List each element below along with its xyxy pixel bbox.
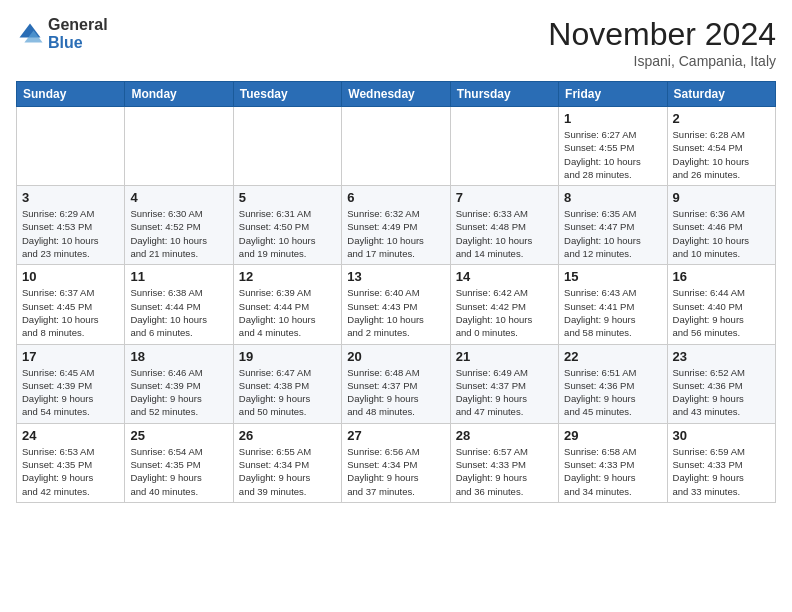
calendar-cell: 23Sunrise: 6:52 AM Sunset: 4:36 PM Dayli… xyxy=(667,344,775,423)
weekday-header: Friday xyxy=(559,82,667,107)
day-number: 29 xyxy=(564,428,661,443)
weekday-header: Saturday xyxy=(667,82,775,107)
day-info: Sunrise: 6:59 AM Sunset: 4:33 PM Dayligh… xyxy=(673,445,770,498)
calendar-cell: 17Sunrise: 6:45 AM Sunset: 4:39 PM Dayli… xyxy=(17,344,125,423)
calendar-cell: 26Sunrise: 6:55 AM Sunset: 4:34 PM Dayli… xyxy=(233,423,341,502)
day-info: Sunrise: 6:51 AM Sunset: 4:36 PM Dayligh… xyxy=(564,366,661,419)
day-number: 23 xyxy=(673,349,770,364)
day-number: 20 xyxy=(347,349,444,364)
weekday-header: Tuesday xyxy=(233,82,341,107)
calendar-cell: 24Sunrise: 6:53 AM Sunset: 4:35 PM Dayli… xyxy=(17,423,125,502)
calendar-cell: 4Sunrise: 6:30 AM Sunset: 4:52 PM Daylig… xyxy=(125,186,233,265)
calendar-cell: 19Sunrise: 6:47 AM Sunset: 4:38 PM Dayli… xyxy=(233,344,341,423)
day-number: 13 xyxy=(347,269,444,284)
day-info: Sunrise: 6:53 AM Sunset: 4:35 PM Dayligh… xyxy=(22,445,119,498)
day-info: Sunrise: 6:48 AM Sunset: 4:37 PM Dayligh… xyxy=(347,366,444,419)
calendar-header-row: SundayMondayTuesdayWednesdayThursdayFrid… xyxy=(17,82,776,107)
calendar-cell: 8Sunrise: 6:35 AM Sunset: 4:47 PM Daylig… xyxy=(559,186,667,265)
calendar-cell: 30Sunrise: 6:59 AM Sunset: 4:33 PM Dayli… xyxy=(667,423,775,502)
title-block: November 2024 Ispani, Campania, Italy xyxy=(548,16,776,69)
day-number: 28 xyxy=(456,428,553,443)
day-number: 26 xyxy=(239,428,336,443)
calendar-cell: 3Sunrise: 6:29 AM Sunset: 4:53 PM Daylig… xyxy=(17,186,125,265)
day-number: 7 xyxy=(456,190,553,205)
calendar-week-row: 10Sunrise: 6:37 AM Sunset: 4:45 PM Dayli… xyxy=(17,265,776,344)
day-info: Sunrise: 6:52 AM Sunset: 4:36 PM Dayligh… xyxy=(673,366,770,419)
calendar-cell: 11Sunrise: 6:38 AM Sunset: 4:44 PM Dayli… xyxy=(125,265,233,344)
day-number: 2 xyxy=(673,111,770,126)
calendar-week-row: 1Sunrise: 6:27 AM Sunset: 4:55 PM Daylig… xyxy=(17,107,776,186)
day-number: 15 xyxy=(564,269,661,284)
day-info: Sunrise: 6:29 AM Sunset: 4:53 PM Dayligh… xyxy=(22,207,119,260)
calendar-cell: 29Sunrise: 6:58 AM Sunset: 4:33 PM Dayli… xyxy=(559,423,667,502)
calendar-cell: 7Sunrise: 6:33 AM Sunset: 4:48 PM Daylig… xyxy=(450,186,558,265)
day-number: 16 xyxy=(673,269,770,284)
day-info: Sunrise: 6:27 AM Sunset: 4:55 PM Dayligh… xyxy=(564,128,661,181)
calendar-week-row: 24Sunrise: 6:53 AM Sunset: 4:35 PM Dayli… xyxy=(17,423,776,502)
day-info: Sunrise: 6:38 AM Sunset: 4:44 PM Dayligh… xyxy=(130,286,227,339)
day-number: 22 xyxy=(564,349,661,364)
day-info: Sunrise: 6:30 AM Sunset: 4:52 PM Dayligh… xyxy=(130,207,227,260)
calendar-cell: 18Sunrise: 6:46 AM Sunset: 4:39 PM Dayli… xyxy=(125,344,233,423)
day-info: Sunrise: 6:49 AM Sunset: 4:37 PM Dayligh… xyxy=(456,366,553,419)
calendar-cell: 5Sunrise: 6:31 AM Sunset: 4:50 PM Daylig… xyxy=(233,186,341,265)
page-header: General Blue November 2024 Ispani, Campa… xyxy=(16,16,776,69)
calendar-cell xyxy=(17,107,125,186)
day-info: Sunrise: 6:33 AM Sunset: 4:48 PM Dayligh… xyxy=(456,207,553,260)
logo-blue-text: Blue xyxy=(48,34,108,52)
day-info: Sunrise: 6:40 AM Sunset: 4:43 PM Dayligh… xyxy=(347,286,444,339)
day-number: 8 xyxy=(564,190,661,205)
day-info: Sunrise: 6:47 AM Sunset: 4:38 PM Dayligh… xyxy=(239,366,336,419)
calendar-cell xyxy=(233,107,341,186)
day-info: Sunrise: 6:54 AM Sunset: 4:35 PM Dayligh… xyxy=(130,445,227,498)
calendar-cell xyxy=(342,107,450,186)
calendar-cell: 12Sunrise: 6:39 AM Sunset: 4:44 PM Dayli… xyxy=(233,265,341,344)
calendar-cell xyxy=(125,107,233,186)
day-info: Sunrise: 6:56 AM Sunset: 4:34 PM Dayligh… xyxy=(347,445,444,498)
calendar-cell: 10Sunrise: 6:37 AM Sunset: 4:45 PM Dayli… xyxy=(17,265,125,344)
day-number: 5 xyxy=(239,190,336,205)
calendar-table: SundayMondayTuesdayWednesdayThursdayFrid… xyxy=(16,81,776,503)
day-number: 1 xyxy=(564,111,661,126)
day-number: 6 xyxy=(347,190,444,205)
day-number: 11 xyxy=(130,269,227,284)
calendar-cell: 27Sunrise: 6:56 AM Sunset: 4:34 PM Dayli… xyxy=(342,423,450,502)
day-number: 21 xyxy=(456,349,553,364)
day-info: Sunrise: 6:35 AM Sunset: 4:47 PM Dayligh… xyxy=(564,207,661,260)
calendar-cell: 22Sunrise: 6:51 AM Sunset: 4:36 PM Dayli… xyxy=(559,344,667,423)
day-info: Sunrise: 6:42 AM Sunset: 4:42 PM Dayligh… xyxy=(456,286,553,339)
calendar-cell: 25Sunrise: 6:54 AM Sunset: 4:35 PM Dayli… xyxy=(125,423,233,502)
calendar-cell: 2Sunrise: 6:28 AM Sunset: 4:54 PM Daylig… xyxy=(667,107,775,186)
calendar-cell: 1Sunrise: 6:27 AM Sunset: 4:55 PM Daylig… xyxy=(559,107,667,186)
weekday-header: Monday xyxy=(125,82,233,107)
day-number: 30 xyxy=(673,428,770,443)
calendar-cell: 21Sunrise: 6:49 AM Sunset: 4:37 PM Dayli… xyxy=(450,344,558,423)
day-number: 25 xyxy=(130,428,227,443)
day-number: 27 xyxy=(347,428,444,443)
logo-general-text: General xyxy=(48,16,108,34)
calendar-cell xyxy=(450,107,558,186)
day-info: Sunrise: 6:43 AM Sunset: 4:41 PM Dayligh… xyxy=(564,286,661,339)
day-number: 17 xyxy=(22,349,119,364)
day-number: 24 xyxy=(22,428,119,443)
day-info: Sunrise: 6:37 AM Sunset: 4:45 PM Dayligh… xyxy=(22,286,119,339)
month-title: November 2024 xyxy=(548,16,776,53)
weekday-header: Sunday xyxy=(17,82,125,107)
weekday-header: Wednesday xyxy=(342,82,450,107)
day-info: Sunrise: 6:55 AM Sunset: 4:34 PM Dayligh… xyxy=(239,445,336,498)
day-number: 3 xyxy=(22,190,119,205)
calendar-week-row: 17Sunrise: 6:45 AM Sunset: 4:39 PM Dayli… xyxy=(17,344,776,423)
calendar-cell: 16Sunrise: 6:44 AM Sunset: 4:40 PM Dayli… xyxy=(667,265,775,344)
calendar-cell: 28Sunrise: 6:57 AM Sunset: 4:33 PM Dayli… xyxy=(450,423,558,502)
weekday-header: Thursday xyxy=(450,82,558,107)
calendar-cell: 20Sunrise: 6:48 AM Sunset: 4:37 PM Dayli… xyxy=(342,344,450,423)
day-number: 18 xyxy=(130,349,227,364)
calendar-week-row: 3Sunrise: 6:29 AM Sunset: 4:53 PM Daylig… xyxy=(17,186,776,265)
day-info: Sunrise: 6:28 AM Sunset: 4:54 PM Dayligh… xyxy=(673,128,770,181)
calendar-cell: 9Sunrise: 6:36 AM Sunset: 4:46 PM Daylig… xyxy=(667,186,775,265)
day-number: 19 xyxy=(239,349,336,364)
calendar-cell: 13Sunrise: 6:40 AM Sunset: 4:43 PM Dayli… xyxy=(342,265,450,344)
logo-icon xyxy=(16,20,44,48)
day-info: Sunrise: 6:36 AM Sunset: 4:46 PM Dayligh… xyxy=(673,207,770,260)
day-number: 4 xyxy=(130,190,227,205)
